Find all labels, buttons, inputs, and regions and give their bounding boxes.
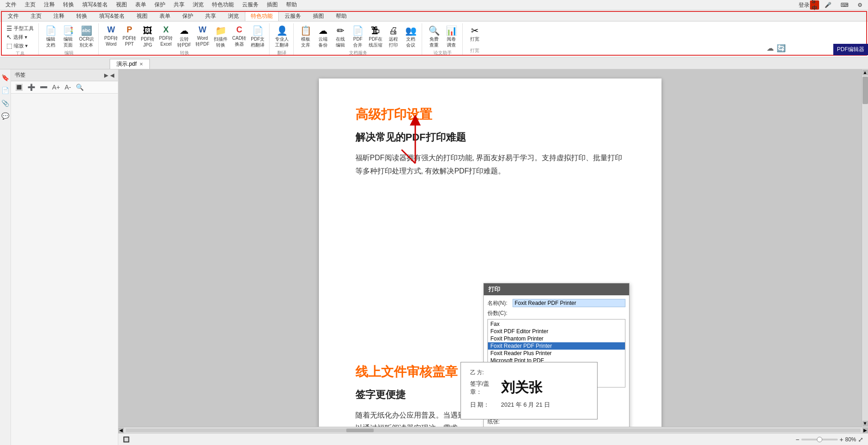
pdf-to-excel-btn[interactable]: X PDF转Excel bbox=[157, 24, 175, 48]
check-dup-btn[interactable]: 🔍 免费查重 bbox=[426, 24, 442, 49]
print-wide-btn[interactable]: ✂ 打宽 bbox=[466, 24, 483, 43]
template-lib-btn[interactable]: 📋 模板文库 bbox=[297, 24, 314, 49]
menu-annotate[interactable]: 注释 bbox=[40, 0, 58, 10]
tab-browse[interactable]: 浏览 bbox=[222, 11, 245, 21]
hand-tool-btn[interactable]: ☰ 手型工具 bbox=[5, 24, 36, 32]
tab-form[interactable]: 表单 bbox=[153, 11, 176, 21]
online-edit-btn[interactable]: ✏ 在线编辑 bbox=[332, 24, 349, 49]
pdf-to-word-btn[interactable]: W PDF转Word bbox=[102, 24, 120, 48]
tab-addon[interactable]: 插图 bbox=[307, 11, 330, 21]
tab-convert[interactable]: 转换 bbox=[70, 11, 93, 21]
bookmark-add2-btn[interactable]: ➕ bbox=[26, 83, 37, 91]
zoom-tool-btn[interactable]: ⬚ 缩放 ▾ bbox=[5, 42, 36, 50]
horizontal-scrollbar[interactable]: ◀ ▶ bbox=[118, 427, 868, 433]
sidebar-expand-btn[interactable]: ▶ bbox=[104, 72, 108, 79]
tab-home[interactable]: 主页 bbox=[25, 11, 48, 21]
pro-translate-btn[interactable]: 👤 专业人工翻译 bbox=[273, 24, 291, 49]
bookmark-panel-btn[interactable]: 🔖 bbox=[1, 73, 10, 82]
doc-tab-close[interactable]: ✕ bbox=[139, 62, 143, 67]
pdf-to-ppt-btn[interactable]: P PDF转PPT bbox=[121, 24, 138, 48]
zoom-slider[interactable] bbox=[801, 439, 838, 440]
menu-addon[interactable]: 插图 bbox=[263, 0, 281, 10]
scroll-up-btn[interactable]: ▲ bbox=[863, 70, 868, 75]
menu-special[interactable]: 特色功能 bbox=[208, 0, 238, 10]
cloud-to-pdf-btn[interactable]: ☁ 云转转PDF bbox=[175, 24, 193, 49]
word-pdf-label: Word转PDF bbox=[196, 35, 209, 47]
pdf-merge-btn[interactable]: 📄 PDF合并 bbox=[349, 24, 366, 49]
sogou-mic[interactable]: 🎤 bbox=[821, 1, 835, 9]
select-tool-btn[interactable]: ↖ 选择 ▾ bbox=[5, 33, 36, 41]
menu-view[interactable]: 视图 bbox=[112, 0, 131, 10]
pdf-editor-label: PDF编辑器 bbox=[833, 44, 868, 55]
cloud-backup-btn[interactable]: ☁ 云端备份 bbox=[315, 24, 331, 49]
doc-meeting-btn[interactable]: 👥 文档会议 bbox=[402, 24, 419, 49]
tab-view[interactable]: 视图 bbox=[131, 11, 153, 21]
tab-file[interactable]: 文件 bbox=[2, 11, 25, 21]
zoom-expand-btn[interactable]: ⤢ bbox=[858, 436, 863, 443]
print-list-item-foxit-phantom[interactable]: Foxit Phantom Printer bbox=[488, 335, 625, 342]
print-list-item-fax[interactable]: Fax bbox=[488, 320, 625, 328]
scroll-thumb[interactable] bbox=[863, 77, 868, 104]
attachments-panel-btn[interactable]: 📎 bbox=[1, 99, 10, 108]
menu-home[interactable]: 主页 bbox=[21, 0, 39, 10]
scroll-right-btn[interactable]: ▶ bbox=[863, 428, 868, 433]
zoom-minus-btn[interactable]: − bbox=[796, 436, 799, 443]
bookmark-font-dec-btn[interactable]: A- bbox=[64, 83, 73, 91]
print-list-item-foxit-reader[interactable]: Foxit Reader PDF Printer bbox=[488, 342, 625, 350]
menu-fill-sign[interactable]: 填写&签名 bbox=[79, 0, 111, 10]
print-wide-icon: ✂ bbox=[471, 25, 479, 36]
check-dup-icon: 🔍 bbox=[429, 25, 440, 36]
ocr-btn[interactable]: 🔤 OCR识别文本 bbox=[77, 24, 95, 49]
bookmark-add-btn[interactable]: 🔳 bbox=[14, 83, 24, 91]
pages-panel-btn[interactable]: 📄 bbox=[1, 86, 10, 95]
h-scroll-thumb[interactable] bbox=[346, 429, 374, 432]
menu-form[interactable]: 表单 bbox=[132, 0, 150, 10]
tab-share[interactable]: 共享 bbox=[199, 11, 222, 21]
pdf-excel-icon: X bbox=[163, 25, 169, 35]
print-name-input[interactable] bbox=[513, 299, 625, 307]
menu-file[interactable]: 文件 bbox=[2, 0, 20, 10]
remote-print-btn[interactable]: 🖨 远程打印 bbox=[385, 24, 402, 49]
menu-browse[interactable]: 浏览 bbox=[189, 0, 207, 10]
zoom-plus-btn[interactable]: + bbox=[840, 436, 843, 443]
tab-protect[interactable]: 保护 bbox=[176, 11, 199, 21]
scroll-down-btn[interactable]: ▼ bbox=[863, 421, 868, 426]
print-list-item-foxit-editor[interactable]: Foxit PDF Editor Printer bbox=[488, 328, 625, 335]
h-scroll-track bbox=[126, 429, 861, 432]
bookmark-remove-btn[interactable]: ➖ bbox=[38, 83, 49, 91]
scroll-left-btn[interactable]: ◀ bbox=[118, 428, 124, 433]
tab-help[interactable]: 帮助 bbox=[330, 11, 353, 21]
tab-annotate[interactable]: 注释 bbox=[48, 11, 70, 21]
sidebar-collapse-btn[interactable]: ◀ bbox=[110, 72, 114, 79]
word-to-pdf-btn[interactable]: W Word转PDF bbox=[194, 24, 211, 48]
sogou-keyboard[interactable]: ⌨ bbox=[837, 1, 852, 9]
bookmark-font-inc-btn[interactable]: A+ bbox=[51, 83, 62, 91]
scan-convert-btn[interactable]: 📁 扫描件转换 bbox=[212, 24, 229, 49]
pdf-compress-btn[interactable]: 🗜 PDF在线压缩 bbox=[367, 24, 384, 49]
tab-fill-sign[interactable]: 填写&签名 bbox=[93, 11, 131, 21]
tab-special[interactable]: 特色功能 bbox=[245, 11, 279, 21]
survey-btn[interactable]: 📊 阅卷调查 bbox=[443, 24, 460, 49]
menu-cloud[interactable]: 云服务 bbox=[238, 0, 262, 10]
menu-share[interactable]: 共享 bbox=[170, 0, 188, 10]
menu-convert[interactable]: 转换 bbox=[59, 0, 78, 10]
cad-btn[interactable]: C CAD转换器 bbox=[230, 24, 248, 48]
vertical-scrollbar[interactable]: ▲ ▼ bbox=[862, 69, 868, 427]
menu-help[interactable]: 帮助 bbox=[282, 0, 301, 10]
print-list-item-foxit-plus[interactable]: Foxit Reader Plus Printer bbox=[488, 350, 625, 357]
edit-page-btn[interactable]: 📑 编辑页面 bbox=[60, 24, 76, 49]
sync-icon[interactable]: 🔄 bbox=[777, 44, 786, 52]
sogou-settings[interactable]: ⚙ bbox=[854, 1, 866, 9]
bookmark-search-btn[interactable]: 🔍 bbox=[74, 83, 85, 91]
pdf-area[interactable]: 高级打印设置 解决常见的PDF打印难题 福昕PDF阅读器拥有强大的打印功能, 界… bbox=[118, 69, 862, 427]
doc-tab-demo[interactable]: 演示.pdf ✕ bbox=[110, 59, 150, 69]
zoom-thumb[interactable] bbox=[817, 437, 822, 442]
pdf-to-jpg-btn[interactable]: 🖼 PDF转JPG bbox=[139, 24, 156, 49]
menu-protect[interactable]: 保护 bbox=[151, 0, 169, 10]
comments-panel-btn[interactable]: 💬 bbox=[1, 111, 10, 120]
pdf-translate-btn[interactable]: 📄 PDF文档翻译 bbox=[249, 24, 266, 49]
edit-doc-btn[interactable]: 📄 编辑文档 bbox=[42, 24, 59, 49]
cloud-sync-icon[interactable]: ☁ bbox=[767, 44, 774, 52]
tab-cloud[interactable]: 云服务 bbox=[279, 11, 307, 21]
ribbon-pro-items: 👤 专业人工翻译 bbox=[273, 24, 291, 49]
